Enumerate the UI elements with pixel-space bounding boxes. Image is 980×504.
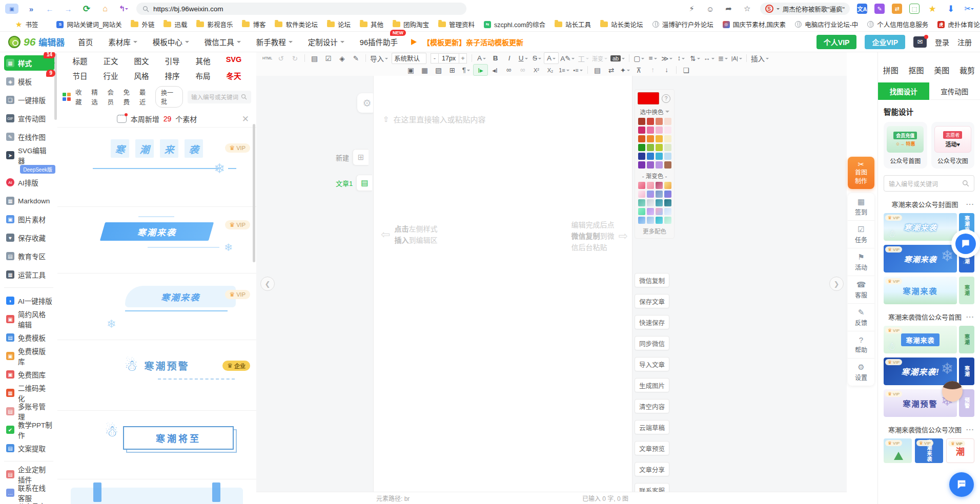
sidebar-item-SVG编辑器[interactable]: ➤SVG编辑器 xyxy=(4,148,54,163)
bookmark-item[interactable]: ⇆szcphl.com的综合 xyxy=(484,19,545,29)
letter-spacing-button[interactable]: 工 xyxy=(576,53,590,64)
image-tool-tab-拼图[interactable]: 拼图 xyxy=(883,65,899,75)
font-size-increase[interactable]: + xyxy=(459,53,467,64)
bookmark-item[interactable]: 迅载 xyxy=(164,19,187,29)
more-icon[interactable]: ··· xyxy=(966,313,974,321)
nav-item-首页[interactable]: 首页 xyxy=(78,36,93,47)
gallery-button[interactable]: ▦ xyxy=(418,65,432,75)
sidebar-item-图片素材[interactable]: ▣图片素材 xyxy=(4,212,54,227)
sup-button[interactable]: X² xyxy=(529,65,543,75)
rail-帮助[interactable]: ?帮助 xyxy=(848,331,874,359)
undo-button[interactable]: ↺ xyxy=(274,53,288,64)
para-style-button[interactable]: ¶ xyxy=(459,65,473,75)
image-tool-tab-抠图[interactable]: 抠图 xyxy=(909,65,924,75)
enterprise-vip-button[interactable]: 企业VIP xyxy=(865,35,905,49)
bookmark-item[interactable]: 团购淘宝 xyxy=(393,19,429,29)
action-同步微信[interactable]: 同步微信 xyxy=(635,336,669,350)
sidebar-item-免费模板[interactable]: ▤免费模板 xyxy=(4,330,54,345)
gradient-swatch[interactable] xyxy=(656,199,663,206)
color-swatch[interactable] xyxy=(664,153,671,160)
color-swatch[interactable] xyxy=(638,144,645,151)
sidebar-item-AI排版[interactable]: AIAI排版 xyxy=(4,175,54,190)
smart-card-公众号次图[interactable]: 志愿者活动♥公众号次图 xyxy=(931,122,975,169)
color-swatch[interactable] xyxy=(664,127,671,134)
bookmark-item[interactable]: 站长工具 xyxy=(555,19,591,29)
color-swatch[interactable] xyxy=(638,153,645,160)
gradient-swatch[interactable] xyxy=(647,199,654,206)
down-button[interactable]: ↓ xyxy=(660,65,673,75)
article-tab-新建[interactable]: 新建⊞ xyxy=(336,149,369,165)
gradient-swatch[interactable] xyxy=(647,182,654,189)
find-replace-button[interactable]: ⇄ xyxy=(604,65,618,75)
nav-item-模板中心[interactable]: 模板中心 xyxy=(153,36,189,47)
design-search-input[interactable]: 输入编号或关键词 xyxy=(884,175,974,192)
margin-button[interactable]: ↔ xyxy=(702,53,716,64)
news-ticker[interactable]: S 周杰伦称被新歌"逼疯" xyxy=(760,3,850,15)
folder-extension-icon[interactable]: ⇄ xyxy=(892,4,902,14)
material-scrollbar[interactable] xyxy=(253,124,255,262)
highlight-button[interactable]: ab xyxy=(609,53,626,64)
material-tab-正文[interactable]: 正文 xyxy=(95,55,126,66)
sidebar-item-在线作图[interactable]: ✎在线作图 xyxy=(4,129,54,144)
paste-button[interactable]: ▤ xyxy=(590,65,604,75)
sidebar-item-一键排版[interactable]: ❏一键排版 xyxy=(4,92,54,108)
bolt-icon[interactable]: ⚡ xyxy=(686,3,698,14)
color-swatch[interactable] xyxy=(664,161,671,169)
color-swatch[interactable] xyxy=(656,135,663,142)
material-tab-其他[interactable]: 其他 xyxy=(188,55,218,66)
para-space-button[interactable]: ↕ xyxy=(674,53,688,64)
color-swatch[interactable] xyxy=(647,153,654,160)
material-tab-排序[interactable]: 排序 xyxy=(157,70,188,81)
sidebar-item-AI一键排版[interactable]: ◗AI一键排版 xyxy=(4,293,54,308)
color-swatch[interactable] xyxy=(647,118,654,125)
cursor-in-button[interactable]: I▸ xyxy=(473,64,488,76)
gradient-swatch[interactable] xyxy=(656,182,663,189)
bookmark-item[interactable]: S网站关键词_网站关 xyxy=(56,19,121,29)
sidebar-item-联系在线客服[interactable]: …联系在线客服 xyxy=(4,485,54,500)
sidebar-item-二维码美化[interactable]: ▦二维码美化 xyxy=(4,385,54,401)
format-painter-button[interactable]: ✎ xyxy=(349,53,363,64)
line-height-button[interactable]: ⇅ xyxy=(688,53,702,64)
service-avatar[interactable] xyxy=(942,381,963,402)
italic-button[interactable]: I xyxy=(502,53,516,64)
sidebar-item-模板[interactable]: ◈模板9 xyxy=(4,74,54,89)
color-swatch[interactable] xyxy=(656,118,663,125)
extensions-puzzle-icon[interactable]: ⬚ xyxy=(909,4,920,14)
float-drag-handle[interactable]: ∷ xyxy=(963,260,967,265)
favorites-star-icon[interactable]: ★ xyxy=(927,3,938,14)
rail-反馈[interactable]: ✎反馈 xyxy=(848,304,874,331)
action-清空内容[interactable]: 清空内容 xyxy=(635,399,669,413)
nav-item-96插件助手[interactable]: 96插件助手NEW xyxy=(360,36,398,47)
sidebar-item-宣传动图[interactable]: GIF宣传动图 xyxy=(4,111,54,126)
template-banner[interactable]: ♛VIP寒潮来袭寒潮 xyxy=(884,277,974,304)
nav-item-微信工具[interactable]: 微信工具 xyxy=(205,36,241,47)
sidebar-item-运营工具[interactable]: ▦运营工具 xyxy=(4,267,54,282)
collapse-right-panel-icon[interactable]: ❯ xyxy=(829,277,844,291)
customer-service-chat-button[interactable] xyxy=(949,472,974,497)
rail-任务[interactable]: ☑任务 xyxy=(848,221,874,248)
gradient-swatch[interactable] xyxy=(638,208,645,215)
gradient-swatch[interactable] xyxy=(664,217,671,224)
toggle-宣传动图[interactable]: 宣传动图 xyxy=(929,82,980,100)
gradient-swatch[interactable] xyxy=(656,208,663,215)
gradient-button[interactable]: 渐变 xyxy=(590,53,609,64)
more-icon[interactable]: ··· xyxy=(966,200,974,208)
browser-tab-icon[interactable]: ▣ xyxy=(5,4,18,14)
rail-活动[interactable]: ⚑活动 xyxy=(848,248,874,276)
bookmark-item[interactable]: 博客 xyxy=(242,19,266,29)
material-tab-标题[interactable]: 标题 xyxy=(65,55,95,66)
bookmark-item[interactable]: 软件类论坛 xyxy=(275,19,318,29)
category-grid-icon[interactable] xyxy=(63,93,71,101)
material-tab-行业[interactable]: 行业 xyxy=(95,70,126,81)
personal-vip-button[interactable]: 个人VIP xyxy=(816,35,857,49)
indent-button[interactable]: ≫ xyxy=(660,53,674,64)
material-tab-图文[interactable]: 图文 xyxy=(126,55,157,66)
scissors-icon[interactable]: ✂ xyxy=(964,3,975,14)
sidebar-item-多账号管理[interactable]: ▤多账号管理 xyxy=(4,404,54,419)
material-tab-布局[interactable]: 布局 xyxy=(188,70,218,81)
color-swatch[interactable] xyxy=(647,161,654,169)
material-card[interactable]: ♛VIP寒潮来袭❄ xyxy=(57,286,256,340)
more-icon[interactable]: ··· xyxy=(966,426,974,433)
doc-check-button[interactable]: ☑ xyxy=(321,53,335,64)
gradient-swatch[interactable] xyxy=(638,199,645,206)
